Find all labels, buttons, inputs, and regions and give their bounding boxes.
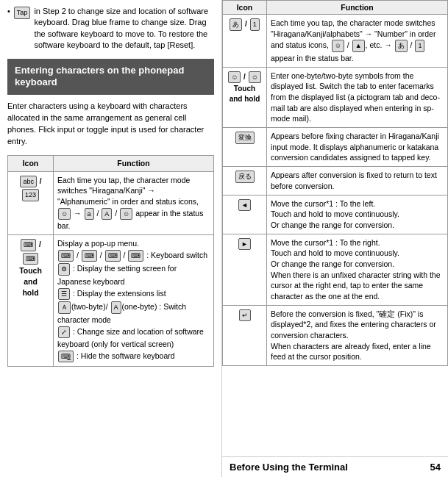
- slash-sep2: /: [39, 240, 41, 248]
- icon-123: 123: [22, 189, 39, 201]
- icon-cell-touch: ⌨ / ⌨ Touch andhold: [8, 235, 54, 367]
- function-cell-r1: Each time you tap, the character mode sw…: [267, 15, 448, 68]
- icon-r2a: ☺: [228, 71, 241, 84]
- icon-abc: abc: [20, 176, 37, 188]
- table-row: abc / 123 Each time you tap, the charact…: [8, 171, 214, 234]
- touch-hold-label: Touch andhold: [19, 266, 42, 297]
- icon-a-lower: a: [85, 208, 94, 220]
- icon-cell-r7: ↵: [223, 305, 267, 365]
- icon-m4: ⌨: [128, 250, 143, 262]
- icon-a-upper: A: [102, 208, 112, 220]
- bullet-item: • Tap in Step 2 to change size and locat…: [7, 6, 214, 51]
- table-row: あ / 1 Each time you tap, the character m…: [223, 15, 448, 68]
- icon-r1-s1: ☺: [332, 40, 344, 52]
- icon-m2: ⌨: [82, 250, 97, 262]
- table-row: 変換 Appears before fixing character in Hi…: [223, 128, 448, 167]
- icon-kb2: ⌨: [23, 253, 38, 265]
- table-row: ⌨ / ⌨ Touch andhold Display a pop-up men…: [8, 235, 214, 367]
- icon-cell-r3: 変換: [223, 128, 267, 167]
- icon-kb1: ⌨: [21, 239, 36, 251]
- icon-left-arrow: ◄: [238, 199, 251, 212]
- icon-cell-r6: ►: [223, 234, 267, 305]
- right-table: Icon Function あ / 1 Each time you tap, t…: [222, 0, 448, 366]
- table-row: ◄ Move the cursor*1 : To the left. Touch…: [223, 195, 448, 234]
- left-table-col-icon: Icon: [8, 156, 54, 172]
- function-cell-1: Each time you tap, the character mode sw…: [54, 171, 214, 234]
- left-column: • Tap in Step 2 to change size and locat…: [0, 0, 222, 477]
- icon-m3: ⌨: [105, 250, 121, 262]
- icon-r1a: あ: [230, 18, 242, 31]
- page-wrapper: • Tap in Step 2 to change size and locat…: [0, 0, 448, 477]
- icon-cell-r1: あ / 1: [223, 15, 267, 68]
- touch-hold-r2: Touch and hold: [230, 85, 260, 103]
- icon-cell-r4: 戻る: [223, 167, 267, 195]
- icon-cell-r2: ☺ / ☺ Touch and hold: [223, 67, 267, 127]
- footer: Before Using the Terminal 54: [222, 456, 448, 477]
- icon-right-arrow: ►: [238, 238, 251, 251]
- left-table-col-function: Function: [54, 156, 214, 172]
- function-cell-r4: Appears after conversion is fixed to ret…: [267, 167, 448, 195]
- icon-smiley2: ☺: [120, 208, 132, 220]
- right-table-wrapper: Icon Function あ / 1 Each time you tap, t…: [222, 0, 448, 456]
- table-row: ► Move the cursor*1 : To the right. Touc…: [223, 234, 448, 305]
- icon-hide: ⌨̲: [58, 351, 74, 363]
- table-row: ↵ Before the conversion is fixed, "確定 (F…: [223, 305, 448, 365]
- slash-sep: /: [40, 177, 42, 185]
- section-body: Enter characters using a keyboard with c…: [7, 101, 214, 148]
- function-cell-r3: Appears before fixing character in Hirag…: [267, 128, 448, 167]
- icon-smiley: ☺: [58, 208, 71, 220]
- icon-r1-s2: ▲: [352, 40, 365, 52]
- function-cell-touch: Display a pop-up menu. ⌨ / ⌨ / ⌨ / ⌨ : K…: [54, 235, 214, 367]
- icon-r2b: ☺: [249, 71, 261, 84]
- icon-enter: ↵: [239, 309, 251, 322]
- icon-ext: ☰: [58, 288, 70, 301]
- function-cell-r2: Enter one-byte/two-byte symbols from the…: [267, 67, 448, 127]
- icon-two-byte: Ａ: [58, 301, 71, 314]
- footer-page: 54: [430, 462, 441, 473]
- footer-title: Before Using the Terminal: [230, 462, 348, 473]
- table-row: ☺ / ☺ Touch and hold Enter one-byte/two-…: [223, 67, 448, 127]
- slash-r1: /: [245, 20, 249, 28]
- function-cell-r5: Move the cursor*1 : To the left. Touch a…: [267, 195, 448, 234]
- function-cell-r7: Before the conversion is fixed, "確定 (Fix…: [267, 305, 448, 365]
- tap-icon: Tap: [13, 6, 32, 51]
- icon-cell-r5: ◄: [223, 195, 267, 234]
- table-row: 戻る Appears after conversion is fixed to …: [223, 167, 448, 195]
- icon-r1-s4: 1: [415, 40, 424, 52]
- bullet-text: in Step 2 to change size and location of…: [34, 6, 214, 51]
- icon-r4: 戻る: [235, 171, 255, 183]
- intro-text: • Tap in Step 2 to change size and locat…: [7, 6, 214, 51]
- bullet-symbol: •: [7, 6, 10, 51]
- icon-r1b: 1: [250, 18, 260, 31]
- section-header: Entering characters on the phonepad keyb…: [7, 59, 214, 96]
- icon-r3: 変換: [235, 132, 255, 144]
- icon-settings: ⚙: [58, 263, 70, 276]
- right-table-col-icon: Icon: [223, 1, 267, 15]
- icon-one-byte: A: [111, 301, 121, 314]
- right-table-col-function: Function: [267, 1, 448, 15]
- icon-cell-1: abc / 123: [8, 171, 54, 234]
- icon-r1-s3: あ: [395, 40, 408, 52]
- icon-m1: ⌨: [58, 250, 74, 262]
- icon-resize: ⤢: [58, 326, 70, 339]
- slash-r2: /: [243, 73, 248, 81]
- function-cell-r6: Move the cursor*1 : To the right. Touch …: [267, 234, 448, 305]
- left-table: Icon Function abc / 123 Each time you ta…: [7, 155, 214, 367]
- right-column: Icon Function あ / 1 Each time you tap, t…: [222, 0, 448, 477]
